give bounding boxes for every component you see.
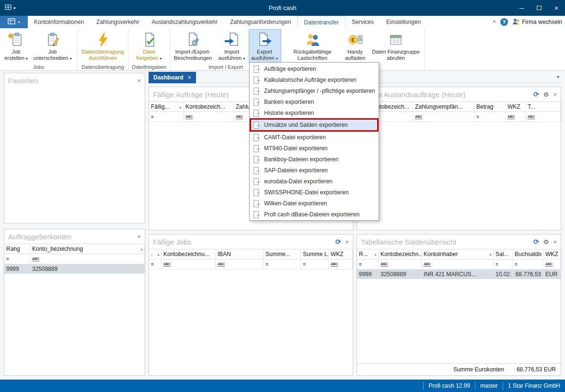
export-menu-item[interactable]: Umsätze und Salden exportieren	[250, 118, 379, 132]
close-icon[interactable]: ×	[553, 238, 557, 246]
export-menu-item[interactable]: Zahlungsempfänger / -pflichtige exportie…	[250, 85, 379, 96]
column-header[interactable]: WKZ	[543, 249, 561, 259]
application-menu-button[interactable]: ▾	[0, 16, 28, 28]
filter-cell[interactable]: ABC	[526, 112, 561, 122]
export-doc-icon	[253, 98, 260, 106]
column-header[interactable]: Kontobezeichn...	[379, 249, 422, 259]
tab-zahlungsanforderungen[interactable]: Zahlungsanforderungen	[224, 16, 297, 28]
filter-cell[interactable]: =	[513, 259, 543, 269]
filter-cell[interactable]: ABC	[216, 259, 264, 269]
filter-cell[interactable]: ABC	[329, 259, 353, 269]
column-header[interactable]: Kontobezeichnu...	[161, 249, 216, 259]
column-header[interactable]: Summe L...	[301, 249, 329, 259]
daten-finanzgruppe-button[interactable]: Daten Finanzgruppe abrufen	[370, 29, 421, 63]
column-header[interactable]: Zahlungsempfän...	[413, 101, 474, 112]
export-menu-item[interactable]: SWISSPHONE-Datei exportieren	[250, 187, 379, 198]
collapse-ribbon-icon[interactable]: ˄	[493, 19, 496, 25]
column-header[interactable]: Fällig...▲	[149, 101, 184, 112]
column-header[interactable]: Sal...	[494, 249, 513, 259]
export-menu-item[interactable]: CAMT-Datei exportieren	[250, 132, 379, 143]
column-header[interactable]: WKZ	[506, 101, 526, 112]
firma-wechseln-people-icon	[512, 18, 520, 26]
import-export-beschreibungen-icon: ⚙⚙	[185, 31, 201, 49]
tab-dashboard[interactable]: Dashboard ×	[149, 72, 196, 83]
tab-auslandszahlungsverkehr[interactable]: Auslandszahlungsverkehr	[145, 16, 223, 28]
table-row[interactable]: 9999 32508889	[4, 264, 145, 274]
filter-cell[interactable]: ABC	[161, 259, 216, 269]
maximize-button[interactable]	[530, 0, 548, 16]
export-menu-item[interactable]: eurodata-Datei exportieren	[250, 176, 379, 187]
column-header[interactable]: Betrag	[474, 101, 506, 112]
tab-einstellungen[interactable]: Einstellungen	[380, 16, 427, 28]
export-menu-item[interactable]: Banken exportieren	[250, 96, 379, 107]
auftraggeberkonten-close-icon[interactable]: ×	[137, 233, 141, 240]
filter-cell[interactable]: =	[474, 112, 506, 122]
filter-cell[interactable]: ABC	[506, 112, 526, 122]
quick-access-toolbar[interactable]: ▾	[0, 4, 21, 11]
export-menu-item[interactable]: SAP-Dateien exportieren	[250, 165, 379, 176]
tab-datentransfer[interactable]: Datentransfer	[297, 16, 346, 28]
datenuebertragung-durchfuehren-label: Datenübertragung durchführen	[81, 49, 124, 61]
export-menu-item[interactable]: MT940-Datei exportieren	[250, 143, 379, 154]
gear-icon[interactable]: ⚙	[543, 238, 549, 246]
filter-cell[interactable]: =	[264, 259, 301, 269]
column-header[interactable]: Summe...	[264, 249, 301, 259]
datei-freigeben-button[interactable]: Datei freigeben ▾	[132, 29, 166, 63]
filter-cell[interactable]: ABC	[422, 259, 494, 269]
close-icon[interactable]: ×	[553, 91, 557, 98]
import-ausfuehren-button[interactable]: Import ausführen ▾	[215, 29, 249, 63]
help-icon[interactable]: ?	[500, 18, 508, 26]
export-menu-item[interactable]: Wilken-Datei exportieren	[250, 198, 379, 209]
datenuebertragung-durchfuehren-button[interactable]: Datenübertragung durchführen	[78, 29, 128, 63]
column-header[interactable]: T...	[526, 101, 561, 112]
export-menu-item[interactable]: Bankboy-Dateien exportieren	[250, 154, 379, 165]
column-header[interactable]: R...▲	[357, 249, 379, 259]
tab-list-caret-icon[interactable]: ▾	[557, 74, 559, 79]
minimize-button[interactable]: ─	[513, 0, 530, 16]
table-row[interactable]: 9999 32508889 INR 421 MARCUS... 10.02. 6…	[357, 269, 561, 279]
export-ausfuehren-button[interactable]: Export ausführen ▾	[249, 29, 281, 63]
tab-services[interactable]: Services	[346, 16, 380, 28]
filter-cell[interactable]: =	[301, 259, 329, 269]
refresh-icon[interactable]: ⟳	[335, 238, 341, 246]
export-menu-item[interactable]: Aufträge exportieren	[250, 63, 379, 74]
import-export-beschreibungen-button[interactable]: ⚙⚙ Import-/Export-Beschreibungen	[171, 29, 215, 63]
export-menu-item[interactable]: Profi cash dBase-Dateien exportieren	[250, 209, 379, 220]
favoriten-close-icon[interactable]: ×	[137, 77, 141, 84]
dashboard-tab-label: Dashboard	[153, 74, 184, 81]
filter-cell-rang[interactable]: =	[4, 254, 30, 264]
column-header[interactable]: WKZ	[329, 249, 353, 259]
gear-icon[interactable]: ⚙	[543, 91, 549, 98]
column-header-rang[interactable]: Rang	[4, 244, 30, 254]
column-header[interactable]: Kontoinhaber▲	[422, 249, 494, 259]
quick-access-caret-icon[interactable]: ▾	[13, 6, 16, 11]
refresh-icon[interactable]: ⟳	[533, 238, 539, 246]
column-header[interactable]: Buchsaldo	[513, 249, 543, 259]
filter-cell[interactable]: =	[149, 112, 184, 122]
dashboard-tab-close-icon[interactable]: ×	[188, 74, 191, 81]
firma-wechseln-button[interactable]: Firma wechseln	[512, 18, 562, 26]
column-header[interactable]: .▲	[149, 249, 161, 259]
filter-cell[interactable]: =	[494, 259, 513, 269]
job-unterschreiben-button[interactable]: Job unterschreiben ▾	[30, 29, 75, 63]
filter-cell[interactable]: =	[149, 259, 161, 269]
filter-cell-konto[interactable]: ABC	[30, 254, 145, 264]
close-icon[interactable]: ×	[345, 238, 349, 246]
filter-cell[interactable]: ABC	[543, 259, 561, 269]
export-menu-item[interactable]: Historie exportieren	[250, 107, 379, 118]
filter-cell[interactable]: ABC	[413, 112, 474, 122]
refresh-icon[interactable]: ⟳	[533, 90, 539, 98]
filter-cell[interactable]: ABC	[379, 259, 422, 269]
filter-cell[interactable]: ABC	[184, 112, 234, 122]
handy-aufladen-button[interactable]: € Handy aufladen	[340, 29, 370, 63]
tab-zahlungsverkehr[interactable]: Zahlungsverkehr	[90, 16, 145, 28]
export-menu-item[interactable]: Kalkulatorische Aufträge exportieren	[250, 74, 379, 85]
column-header[interactable]: IBAN	[216, 249, 264, 259]
column-header[interactable]: Kontobezeich...	[184, 101, 234, 112]
filter-cell[interactable]: =	[357, 259, 379, 269]
close-button[interactable]: ×	[548, 0, 565, 16]
job-erstellen-button[interactable]: Job erstellen ▾	[2, 29, 30, 63]
tab-kontoinformationen[interactable]: Kontoinformationen	[28, 16, 90, 28]
column-header-konto-bezeichnung[interactable]: Konto_bezeichnung▲	[30, 244, 145, 254]
svg-text:€: €	[351, 36, 355, 44]
